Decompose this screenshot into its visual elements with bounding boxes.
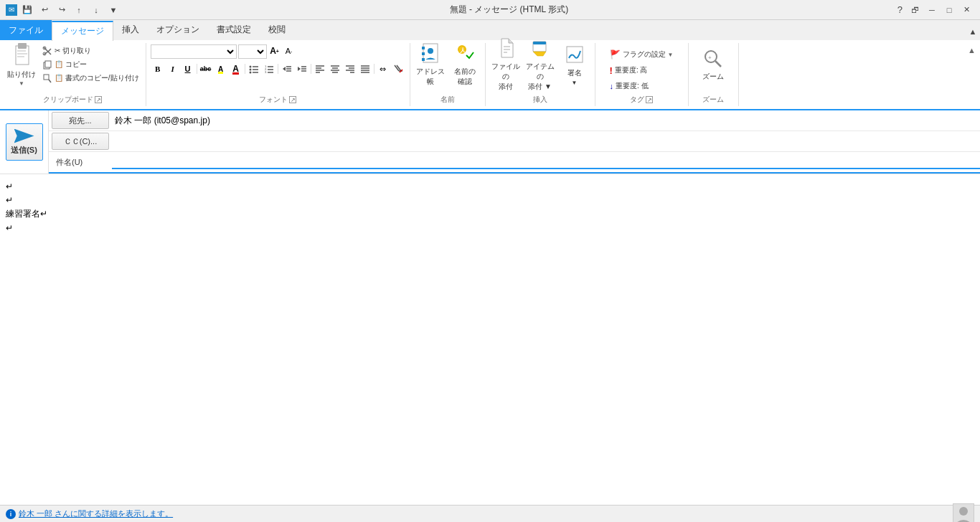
more-button[interactable]: ▼ [106, 3, 121, 17]
svg-point-52 [428, 48, 433, 54]
redo-button[interactable]: ↪ [55, 3, 69, 17]
to-input[interactable] [112, 114, 980, 127]
ribbon-tabs: ファイル メッセージ 挿入 オプション 書式設定 校閲 ▲ [0, 20, 980, 40]
svg-rect-4 [17, 56, 24, 57]
restore-button[interactable]: 🗗 [907, 2, 923, 18]
flag-setting-button[interactable]: 🚩 フラグの設定 ▼ [608, 47, 675, 62]
check-names-label: 名前の 確認 [454, 67, 476, 87]
down-button[interactable]: ↓ [89, 3, 103, 17]
paste-button[interactable]: 貼り付け ▼ [4, 44, 39, 85]
subject-input[interactable] [112, 155, 980, 169]
increase-indent-icon [297, 64, 307, 74]
high-importance-button[interactable]: ! 重要度: 高 [608, 63, 649, 77]
svg-rect-1 [18, 43, 27, 49]
cc-button[interactable]: ＣＣ(C)... [52, 133, 109, 150]
zoom-button[interactable]: + ズーム [695, 44, 731, 85]
up-button[interactable]: ↑ [72, 3, 86, 17]
to-button[interactable]: 宛先... [52, 112, 109, 129]
attach-file-icon [494, 37, 517, 60]
clipboard-expand-icon[interactable]: ↗ [95, 96, 102, 103]
tab-review[interactable]: 校閲 [260, 20, 294, 40]
address-book-label: アドレス帳 [415, 67, 446, 87]
svg-marker-23 [283, 67, 286, 71]
status-right [953, 503, 974, 523]
send-button[interactable]: 送信(S) [6, 123, 43, 161]
format-painter-button[interactable]: 📋 書式のコピー/貼り付け [40, 72, 141, 85]
compose-header: 送信(S) 宛先... ＣＣ(C)... [0, 110, 980, 174]
decrease-font-button[interactable]: A- [283, 44, 296, 57]
clipboard-small-btns: ✂ 切り取り 📋 コピー 📋 書式のコピー/貼り付け [40, 44, 141, 85]
ribbon-collapse-button[interactable]: ▲ [966, 24, 980, 39]
align-right-button[interactable] [343, 62, 357, 76]
svg-marker-27 [298, 67, 301, 71]
font-row2: B I U abc A A [151, 62, 405, 76]
to-row: 宛先... [49, 110, 980, 131]
svg-rect-49 [422, 47, 425, 49]
main-content: 送信(S) 宛先... ＣＣ(C)... [0, 110, 980, 505]
minimize-button[interactable]: ─ [924, 2, 940, 18]
tab-message[interactable]: メッセージ [52, 21, 113, 41]
compose-area: 送信(S) 宛先... ＣＣ(C)... [0, 110, 980, 505]
tab-format[interactable]: 書式設定 [208, 20, 260, 40]
align-left-button[interactable] [313, 62, 327, 76]
help-button[interactable]: ? [897, 4, 903, 15]
font-row1: A+ A- [151, 44, 405, 59]
copy-icon [42, 60, 52, 70]
increase-indent-button[interactable] [295, 62, 309, 76]
svg-text:人: 人 [459, 47, 466, 54]
cut-button[interactable]: ✂ 切り取り [40, 44, 141, 57]
clear-format-button[interactable] [391, 62, 405, 76]
underline-button[interactable]: U [181, 62, 195, 76]
avatar [953, 503, 974, 523]
insert-group: ファイルの 添付 アイテムの 添付 ▼ [486, 43, 595, 106]
attach-file-button[interactable]: ファイルの 添付 [490, 44, 522, 85]
decrease-indent-button[interactable] [280, 62, 294, 76]
save-button[interactable]: 💾 [20, 3, 34, 17]
text-direction-button[interactable]: ⇔ [376, 62, 390, 76]
format-painter-icon [42, 73, 52, 83]
italic-button[interactable]: I [166, 62, 180, 76]
ribbon-minimize-button[interactable]: ▲ [963, 44, 980, 56]
status-text: 鈴木 一郎 さんに関する詳細を表示します。 [19, 508, 173, 519]
clipboard-label: クリップボード ↗ [43, 93, 102, 105]
address-book-button[interactable]: アドレス帳 [415, 44, 446, 85]
tags-group: 🚩 フラグの設定 ▼ ! 重要度: 高 ↓ 重要度: 低 タグ ↗ [595, 43, 689, 106]
clipboard-group: 貼り付け ▼ ✂ 切り取り 📋 コピー [0, 43, 146, 106]
tab-file[interactable]: ファイル [0, 20, 52, 40]
font-name-select[interactable] [151, 44, 237, 59]
svg-point-65 [959, 507, 968, 516]
align-center-button[interactable] [328, 62, 342, 76]
fields-panel: 宛先... ＣＣ(C)... 件名(U) [49, 110, 980, 174]
low-importance-button[interactable]: ↓ 重要度: 低 [608, 79, 650, 93]
attach-item-button[interactable]: アイテムの 添付 ▼ [524, 44, 556, 85]
check-names-button[interactable]: 人 名前の 確認 [449, 44, 481, 85]
close-button[interactable]: ✕ [958, 2, 974, 18]
svg-text:3.: 3. [265, 70, 267, 74]
cc-input[interactable] [112, 135, 980, 148]
text-highlight-button[interactable]: A [214, 62, 228, 76]
undo-button[interactable]: ↩ [37, 3, 52, 17]
copy-button[interactable]: 📋 コピー [40, 58, 141, 71]
numbered-list-button[interactable]: 1. 2. 3. [262, 62, 276, 76]
font-color-button[interactable]: A [229, 62, 243, 76]
increase-font-button[interactable]: A+ [268, 44, 281, 57]
font-expand-icon[interactable]: ↗ [289, 96, 296, 103]
justify-button[interactable] [358, 62, 372, 76]
font-size-select[interactable] [238, 44, 267, 59]
bullet-list-button[interactable] [247, 62, 261, 76]
signature-button[interactable]: 署名 ▼ [559, 44, 590, 85]
address-book-icon [419, 42, 442, 65]
align-left-icon [315, 64, 325, 74]
tab-options[interactable]: オプション [148, 20, 208, 40]
decrease-indent-icon [282, 64, 292, 74]
strikethrough-button[interactable]: abc [199, 62, 213, 76]
zoom-group-label: ズーム [702, 93, 724, 105]
title-bar: ✉ 💾 ↩ ↪ ↑ ↓ ▼ 無題 - メッセージ (HTML 形式) ? 🗗 ─… [0, 0, 980, 20]
tags-expand-icon[interactable]: ↗ [646, 96, 653, 103]
bold-button[interactable]: B [151, 62, 165, 76]
tab-insert[interactable]: 挿入 [113, 20, 148, 40]
email-body[interactable]: ↵ ↵ 練習署名↵ ↵ [0, 174, 980, 505]
maximize-button[interactable]: □ [941, 2, 957, 18]
subject-label: 件名(U) [52, 153, 109, 171]
status-info: i 鈴木 一郎 さんに関する詳細を表示します。 [6, 508, 173, 519]
